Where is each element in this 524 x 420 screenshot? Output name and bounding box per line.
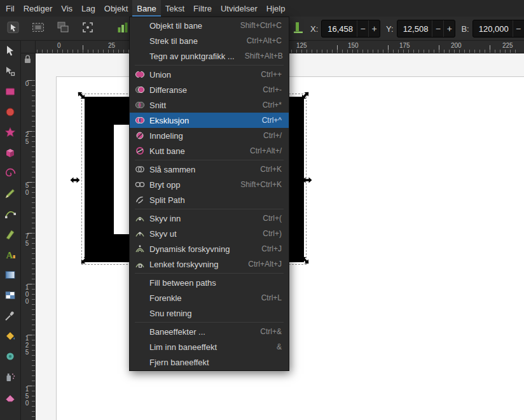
tweak-tool[interactable] bbox=[2, 351, 18, 364]
menubar-item-vis[interactable]: Vis bbox=[57, 0, 77, 17]
menu-item-label: Fjern baneeffekt bbox=[149, 358, 272, 367]
y-decrement-button[interactable]: − bbox=[432, 20, 443, 37]
menu-item-tegn-av-punktgrafikk[interactable]: Tegn av punktgrafikk ...Shift+Alt+B bbox=[130, 48, 289, 64]
menu-item-label: Split Path bbox=[149, 195, 272, 205]
node-editor-tool[interactable] bbox=[2, 66, 18, 79]
y-input[interactable]: 12,508 − + bbox=[397, 20, 456, 38]
dynamic-offset-icon bbox=[134, 244, 145, 255]
h-ruler-label: 175 bbox=[399, 42, 410, 49]
menu-item-sl-sammen[interactable]: Slå sammenCtrl+K bbox=[130, 162, 289, 177]
menu-separator bbox=[135, 209, 284, 209]
paint-bucket-tool-icon bbox=[4, 330, 16, 344]
width-input[interactable]: 120,000 − + bbox=[472, 20, 524, 38]
calligraphy-tool[interactable] bbox=[2, 228, 18, 242]
path-menu: Objekt til baneShift+Ctrl+CStrek til ban… bbox=[129, 17, 289, 371]
width-field-group: B: 120,000 − + bbox=[461, 20, 524, 38]
menu-item-fill-between-paths[interactable]: Fill between paths bbox=[130, 275, 289, 290]
menu-item-shortcut: Ctrl+* bbox=[263, 101, 282, 109]
menu-item-icon-placeholder bbox=[134, 36, 145, 46]
spray-tool[interactable] bbox=[2, 371, 18, 384]
x-input[interactable]: 16,458 − + bbox=[321, 20, 380, 38]
menu-item-label: Differanse bbox=[149, 85, 252, 95]
dropper-tool[interactable] bbox=[2, 310, 18, 323]
mesh-gradient-tool[interactable] bbox=[2, 290, 18, 303]
vertical-ruler[interactable]: 0255075100125150 bbox=[21, 53, 36, 420]
h-ruler-label: 225 bbox=[502, 42, 513, 49]
menu-item-bryt-opp[interactable]: Bryt oppShift+Ctrl+K bbox=[130, 177, 289, 192]
menubar-item-filtre[interactable]: Filtre bbox=[189, 0, 216, 17]
exclusion-icon bbox=[134, 115, 145, 126]
rectangle-tool[interactable] bbox=[2, 86, 18, 99]
pencil-tool[interactable] bbox=[2, 188, 18, 201]
menubar-item-utvidelser[interactable]: Utvidelser bbox=[216, 0, 262, 17]
scale-handle-middle-right[interactable] bbox=[302, 175, 312, 185]
selector-tool[interactable] bbox=[2, 45, 18, 59]
scale-handle-middle-left[interactable] bbox=[70, 175, 80, 185]
box-3d-tool[interactable] bbox=[2, 147, 18, 160]
select-same-button[interactable] bbox=[53, 19, 72, 38]
x-value: 16,458 bbox=[322, 20, 357, 37]
menu-item-label: Tegn av punktgrafikk ... bbox=[149, 52, 235, 61]
menu-item-skyv-ut[interactable]: Skyv utCtrl+) bbox=[130, 226, 289, 241]
menu-item-forenkle[interactable]: ForenkleCtrl+L bbox=[130, 290, 289, 305]
menu-item-skyv-inn[interactable]: Skyv innCtrl+( bbox=[130, 211, 289, 226]
eraser-tool[interactable] bbox=[2, 391, 18, 405]
menu-item-label: Inndeling bbox=[149, 131, 253, 141]
select-all-button[interactable] bbox=[29, 19, 48, 38]
menu-item-objekt-til-bane[interactable]: Objekt til baneShift+Ctrl+C bbox=[130, 18, 289, 33]
menu-item-snitt[interactable]: SnittCtrl+* bbox=[130, 97, 289, 113]
menu-item-baneeffekter[interactable]: Baneeffekter ...Ctrl+& bbox=[130, 324, 289, 339]
menu-item-label: Snitt bbox=[149, 101, 252, 110]
spiral-tool[interactable] bbox=[2, 167, 18, 181]
menu-item-label: Lenket forskyvning bbox=[149, 260, 238, 269]
menubar-item-tekst[interactable]: Tekst bbox=[161, 0, 189, 17]
selection-border-button[interactable] bbox=[78, 19, 97, 38]
menu-item-dynamisk-forskyvning[interactable]: Dynamisk forskyvningCtrl+J bbox=[130, 241, 289, 256]
menu-item-shortcut: Shift+Ctrl+K bbox=[240, 180, 282, 189]
combine-icon bbox=[134, 164, 145, 175]
text-tool[interactable]: A bbox=[2, 249, 18, 262]
menu-item-label: Fill between paths bbox=[149, 278, 272, 288]
selection-settings-button[interactable] bbox=[4, 19, 23, 38]
menu-item-strek-til-bane[interactable]: Strek til baneCtrl+Alt+C bbox=[130, 33, 289, 48]
lower-to-bottom-button[interactable] bbox=[289, 19, 308, 38]
menu-item-split-path[interactable]: Split Path bbox=[130, 192, 289, 207]
menu-item-lim-inn-baneeffekt[interactable]: Lim inn baneeffekt& bbox=[130, 339, 289, 354]
star-tool[interactable] bbox=[2, 127, 18, 140]
mesh-gradient-tool-icon bbox=[4, 290, 16, 304]
spray-tool-icon bbox=[4, 371, 16, 385]
menubar-item-bane[interactable]: Bane bbox=[132, 0, 160, 17]
width-decrement-button[interactable]: − bbox=[513, 20, 524, 37]
menubar-item-lag[interactable]: Lag bbox=[77, 0, 100, 17]
menu-item-snu-retning[interactable]: Snu retning bbox=[130, 305, 289, 321]
menu-item-eksklusjon[interactable]: EksklusjonCtrl+^ bbox=[130, 113, 289, 128]
menu-item-inndeling[interactable]: InndelingCtrl+/ bbox=[130, 128, 289, 143]
bezier-pen-tool[interactable] bbox=[2, 208, 18, 221]
menubar-item-hjelp[interactable]: Hjelp bbox=[262, 0, 290, 17]
paint-bucket-tool[interactable] bbox=[2, 330, 18, 344]
menu-item-lenket-forskyvning[interactable]: Lenket forskyvningCtrl+Alt+J bbox=[130, 256, 289, 272]
menu-item-kutt-bane[interactable]: Kutt baneCtrl+Alt+/ bbox=[130, 143, 289, 158]
menubar-item-objekt[interactable]: Objekt bbox=[100, 0, 133, 17]
menubar-item-fil[interactable]: Fil bbox=[1, 0, 19, 17]
v-ruler-label: 100 bbox=[24, 284, 30, 305]
ellipse-tool[interactable] bbox=[2, 106, 18, 120]
menu-item-fjern-baneeffekt[interactable]: Fjern baneeffekt bbox=[130, 354, 289, 370]
guide-lock-icon[interactable] bbox=[23, 54, 32, 67]
x-decrement-button[interactable]: − bbox=[357, 20, 368, 37]
gradient-tool[interactable] bbox=[2, 269, 18, 283]
calligraphy-tool-icon bbox=[4, 228, 16, 242]
h-ruler-label: 200 bbox=[451, 42, 462, 49]
y-increment-button[interactable]: + bbox=[443, 20, 455, 37]
raise-to-top-icon bbox=[116, 20, 130, 37]
menubar-item-rediger[interactable]: Rediger bbox=[19, 0, 57, 17]
menu-item-label: Eksklusjon bbox=[149, 116, 252, 125]
menu-item-differanse[interactable]: DifferanseCtrl+- bbox=[130, 82, 289, 97]
selector-tool-icon bbox=[4, 45, 16, 59]
menu-item-union[interactable]: UnionCtrl++ bbox=[130, 67, 289, 82]
linked-offset-icon bbox=[134, 259, 145, 270]
x-increment-button[interactable]: + bbox=[368, 20, 380, 37]
menu-item-shortcut: Ctrl+- bbox=[263, 85, 282, 94]
menu-item-label: Skyv inn bbox=[149, 214, 252, 223]
menu-item-icon-placeholder bbox=[134, 277, 145, 288]
